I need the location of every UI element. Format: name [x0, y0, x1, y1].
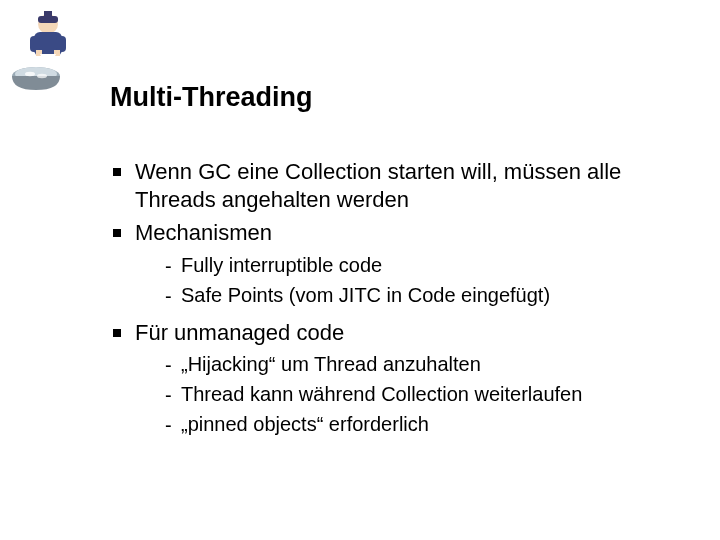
square-bullet-icon	[113, 229, 121, 237]
dash-bullet-icon: -	[165, 254, 181, 279]
svg-marker-8	[40, 54, 56, 62]
bullet-item: Mechanismen	[113, 219, 673, 247]
dash-bullet-icon: -	[165, 383, 181, 408]
sub-bullet-block: - Fully interruptible code - Safe Points…	[165, 253, 673, 309]
decorative-clipart	[6, 6, 86, 96]
bullet-item: Wenn GC eine Collection starten will, mü…	[113, 158, 673, 213]
bullet-text: Für unmanaged code	[135, 319, 673, 347]
bullet-text: Wenn GC eine Collection starten will, mü…	[135, 158, 673, 213]
svg-point-12	[37, 74, 47, 78]
sub-bullet-item: - „Hijacking“ um Thread anzuhalten	[165, 352, 673, 378]
svg-rect-4	[30, 36, 40, 52]
sub-bullet-text: Safe Points (vom JITC in Code eingefügt)	[181, 283, 673, 308]
sub-bullet-text: „pinned objects“ erforderlich	[181, 412, 673, 437]
sub-bullet-item: - „pinned objects“ erforderlich	[165, 412, 673, 438]
sub-bullet-text: „Hijacking“ um Thread anzuhalten	[181, 352, 673, 377]
sub-bullet-item: - Safe Points (vom JITC in Code eingefüg…	[165, 283, 673, 309]
svg-rect-5	[56, 36, 66, 52]
sub-bullet-item: - Thread kann während Collection weiterl…	[165, 382, 673, 408]
sub-bullet-text: Fully interruptible code	[181, 253, 673, 278]
sub-bullet-item: - Fully interruptible code	[165, 253, 673, 279]
svg-point-11	[25, 72, 35, 76]
dash-bullet-icon: -	[165, 284, 181, 309]
square-bullet-icon	[113, 329, 121, 337]
sub-bullet-text: Thread kann während Collection weiterlau…	[181, 382, 673, 407]
bullet-item: Für unmanaged code	[113, 319, 673, 347]
slide-body: Wenn GC eine Collection starten will, mü…	[113, 158, 673, 448]
svg-rect-2	[44, 11, 52, 16]
dash-bullet-icon: -	[165, 353, 181, 378]
bullet-text: Mechanismen	[135, 219, 673, 247]
sub-bullet-block: - „Hijacking“ um Thread anzuhalten - Thr…	[165, 352, 673, 438]
svg-rect-1	[38, 16, 58, 23]
dash-bullet-icon: -	[165, 413, 181, 438]
square-bullet-icon	[113, 168, 121, 176]
slide-title: Multi-Threading	[110, 82, 312, 113]
